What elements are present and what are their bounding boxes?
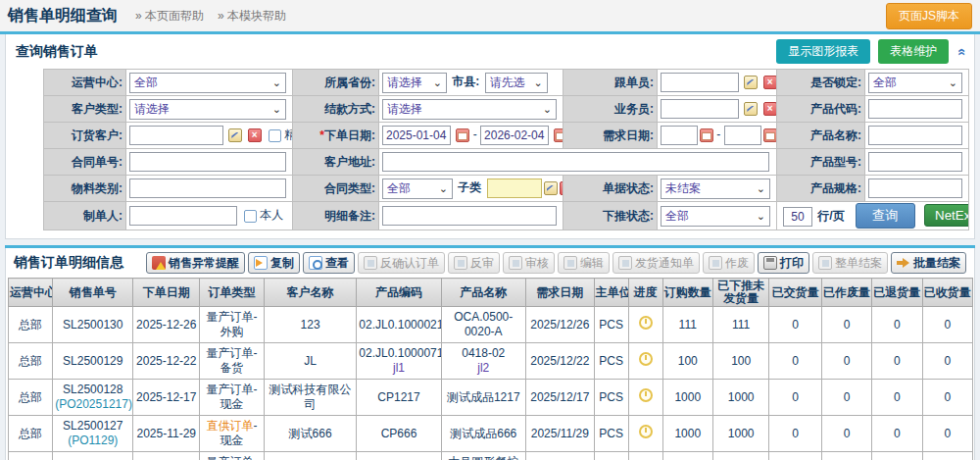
progress-clock-icon[interactable] [639,316,653,330]
module-help-link[interactable]: » 本模块帮助 [218,8,286,25]
product-name-input[interactable] [868,126,962,145]
cell-unit: 套 [594,452,628,460]
column-header[interactable]: 需求日期 [525,279,594,307]
print-button[interactable]: 打印 [758,252,809,274]
column-header[interactable]: 主单位 [594,279,628,307]
operation-center-select[interactable]: 全部⌄ [129,73,286,93]
contract-no-input[interactable] [129,152,286,172]
clear-icon[interactable] [248,128,262,142]
column-header[interactable]: 已收货量 [922,279,972,307]
column-header[interactable]: 已下推未发货量 [712,279,769,307]
show-chart-report-button[interactable]: 显示图形报表 [776,39,870,64]
column-header[interactable]: 已交货量 [769,279,821,307]
cell-order-qty: 100 [662,343,712,380]
calendar-icon[interactable] [456,128,469,142]
toolbar-button-label: 批量结案 [913,255,960,272]
cell-order-qty: 111 [662,307,712,343]
page-js-script-button[interactable]: 页面JS脚本 [886,3,972,29]
calendar-icon[interactable] [700,128,713,142]
column-header[interactable]: 运营中心 [9,279,53,307]
column-header[interactable]: 订购数量 [662,279,712,307]
collapse-panel-icon[interactable]: » [953,48,968,56]
cell-product-code: CP666 [357,416,441,452]
order-date-to-input[interactable] [480,126,549,145]
label-contract-no: 合同单号: [44,149,126,176]
product-code-input[interactable] [868,99,962,119]
product-model-input[interactable] [868,152,962,172]
customer-type-select[interactable]: 请选择⌄ [129,99,286,120]
calendar-icon[interactable] [763,128,777,142]
cell-received-qty: 0 [922,343,972,380]
merchandiser-input[interactable] [661,73,739,92]
progress-clock-icon[interactable] [639,388,653,402]
po-link[interactable]: (PO20251217) [55,397,130,412]
detail-remark-input[interactable] [382,206,557,226]
toolbar-button-label: 查看 [325,255,349,272]
order-type-main: 量产订单-备货 [206,455,257,460]
alert-button[interactable]: 销售异常提醒 [146,252,245,274]
push-status-select[interactable]: 全部⌄ [661,206,770,227]
doc-status-select[interactable]: 未结案⌄ [661,179,770,199]
column-header[interactable]: 已作废量 [821,279,871,307]
search-button[interactable]: 查询 [856,203,915,229]
cell-unit: PCS [594,307,628,343]
netexcel-button[interactable]: NetExcel [924,204,968,227]
exact-checkbox[interactable] [269,129,281,142]
salesman-input[interactable] [661,99,739,119]
cell-customer-name: 测试666 [264,416,356,452]
table-maintain-button[interactable]: 表格维护 [878,39,949,64]
progress-clock-icon[interactable] [639,352,653,366]
contract-subtype-input[interactable] [487,179,542,198]
query-panel-title: 查询销售订单 [16,43,98,61]
payment-method-select[interactable]: 请选择⌄ [382,99,557,120]
order-date-from-input[interactable] [382,126,451,145]
province-select[interactable]: 请选择⌄ [382,73,447,93]
po-link[interactable]: (PO1129) [55,434,130,448]
label-maker: 制单人: [44,202,126,230]
clear-icon[interactable] [763,76,777,89]
column-header[interactable]: 客户名称 [264,279,356,307]
column-header[interactable]: 已退货量 [872,279,922,307]
table-row: 总部SL25001292025-12-22量产订单-备货JL02.JL0.100… [9,343,973,380]
toolbar-button-label: 反确认订单 [380,255,439,272]
label-material-category: 物料类别: [44,176,126,202]
material-category-input[interactable] [129,179,286,198]
clear-icon[interactable] [763,102,777,116]
cell-customer-name: 测试科技有限公司 [264,380,356,416]
delivery-notice-icon [618,256,632,270]
lookup-icon[interactable] [228,128,242,142]
column-header[interactable]: 产品名称 [441,279,525,307]
clear-icon[interactable] [560,181,564,195]
demand-date-to-input[interactable] [724,126,761,145]
column-header[interactable]: 下单日期 [133,279,200,307]
cell-product-code: 02.JL0.1000021 [357,307,441,343]
column-header[interactable]: 产品编码 [357,279,441,307]
progress-clock-icon[interactable] [639,425,653,438]
demand-date-from-input[interactable] [661,126,698,145]
column-header[interactable]: 订单类型 [200,279,265,307]
city-select[interactable]: 请先选⌄ [485,73,548,93]
rows-per-page-input[interactable] [783,207,812,227]
page-help-link[interactable]: » 本页面帮助 [135,8,204,25]
label-product-model: 产品型号: [777,149,865,176]
column-header[interactable]: 进度 [628,279,662,307]
calendar-icon[interactable] [554,128,563,142]
copy-button[interactable]: 复制 [248,252,300,274]
view-button[interactable]: 查看 [303,252,355,274]
order-customer-input[interactable] [129,126,223,145]
lookup-icon[interactable] [544,181,558,195]
self-checkbox[interactable] [244,210,257,223]
cell-order-no: SL2500129 [53,343,133,380]
cell-returned-qty: 0 [872,452,922,460]
product-spec-input[interactable] [868,179,962,198]
column-header[interactable]: 销售单号 [53,279,133,307]
batch-close-button[interactable]: 批量结案 [891,252,966,274]
locked-select[interactable]: 全部⌄ [868,73,962,93]
product-name: 0418-02 [444,346,523,361]
customer-address-input[interactable] [382,152,769,172]
lookup-icon[interactable] [744,102,758,116]
lookup-icon[interactable] [744,76,758,89]
maker-input[interactable] [129,206,237,226]
order-detail-panel: 销售订单明细信息 销售异常提醒复制查看反确认订单反审审核编辑发货通知单作废打印整… [5,248,975,460]
contract-type-select[interactable]: 全部⌄ [382,179,453,199]
